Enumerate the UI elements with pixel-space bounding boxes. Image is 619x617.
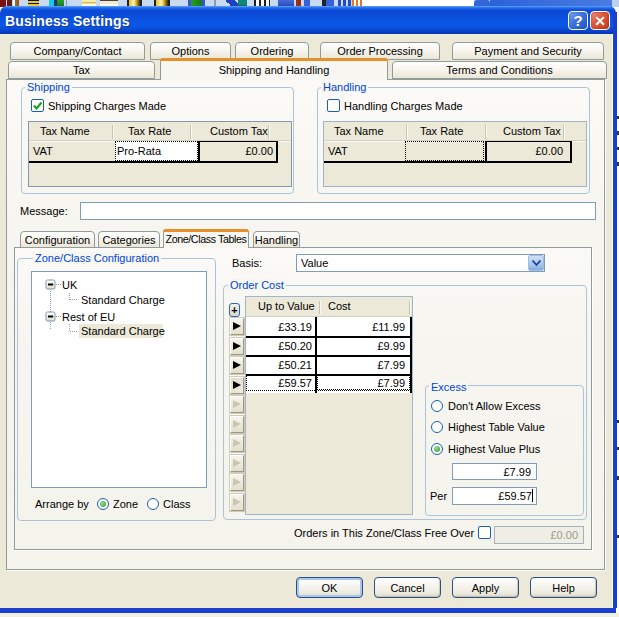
svg-text:UK: UK	[62, 279, 78, 291]
svg-text:Rest of EU: Rest of EU	[62, 311, 115, 323]
svg-text:Standard Charge: Standard Charge	[81, 325, 165, 337]
svg-text:Standard Charge: Standard Charge	[81, 294, 165, 306]
